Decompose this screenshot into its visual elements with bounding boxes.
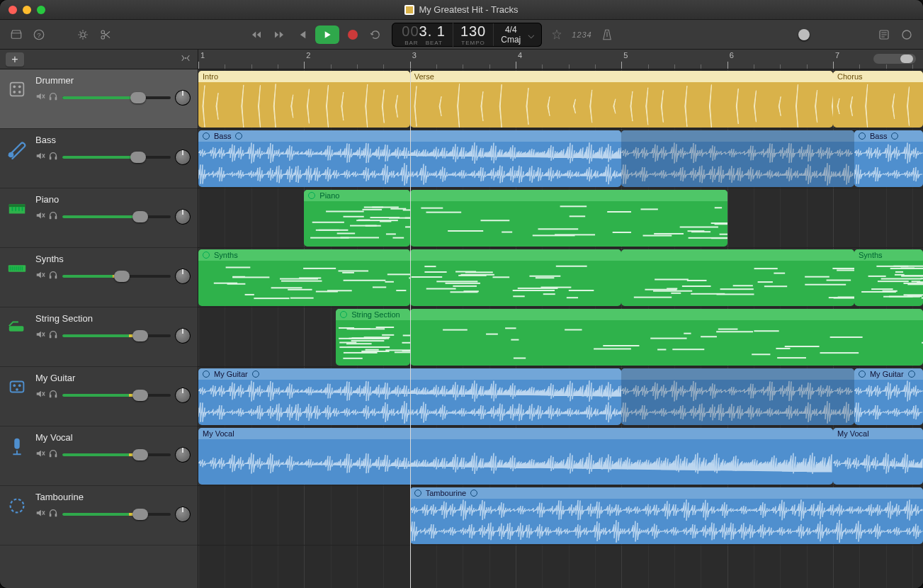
mute-button[interactable]	[35, 151, 45, 164]
add-track-button[interactable]: +	[6, 52, 24, 67]
pan-knob[interactable]	[175, 388, 191, 403]
svg-rect-42	[607, 211, 631, 213]
region[interactable]: Synths	[854, 249, 923, 306]
pan-knob[interactable]	[175, 90, 191, 106]
volume-slider[interactable]	[62, 272, 171, 281]
track-header[interactable]: Tambourine	[0, 486, 198, 545]
lcd-key[interactable]: Cmaj	[501, 35, 521, 45]
region[interactable]: My Vocal	[833, 428, 923, 485]
loops-icon[interactable]	[899, 27, 914, 43]
mute-button[interactable]	[35, 389, 45, 402]
region[interactable]: Chorus	[833, 71, 923, 128]
pan-knob[interactable]	[175, 268, 191, 284]
track-header[interactable]: My Vocal	[0, 426, 198, 486]
count-in-label[interactable]: 1234	[572, 30, 591, 39]
tuner-icon[interactable]	[549, 27, 565, 43]
svg-rect-188	[514, 358, 526, 359]
volume-slider[interactable]	[62, 153, 171, 162]
show-arrangement-button[interactable]	[179, 52, 192, 67]
volume-slider[interactable]	[62, 94, 171, 102]
region[interactable]: String Section	[336, 309, 410, 366]
pan-knob[interactable]	[175, 328, 191, 344]
volume-slider[interactable]	[62, 510, 171, 519]
track-name[interactable]: Drummer	[35, 75, 191, 86]
rewind-button[interactable]	[247, 26, 266, 44]
solo-headphones-button[interactable]	[48, 329, 58, 342]
track-header[interactable]: Synths	[0, 248, 198, 307]
region[interactable]: Verse	[410, 71, 833, 128]
track-header[interactable]: Piano	[0, 188, 198, 248]
pan-knob[interactable]	[175, 447, 191, 463]
solo-headphones-button[interactable]	[48, 508, 58, 521]
lcd-chevron-icon[interactable]: ⌵	[528, 28, 539, 41]
region[interactable]	[621, 368, 854, 425]
solo-headphones-button[interactable]	[48, 389, 58, 402]
notepad-icon[interactable]	[876, 27, 892, 43]
mute-button[interactable]	[35, 329, 45, 342]
playhead[interactable]	[410, 69, 411, 588]
region[interactable]: Synths	[198, 249, 410, 306]
mute-button[interactable]	[35, 508, 45, 521]
track-header[interactable]: Bass	[0, 129, 198, 188]
mute-button[interactable]	[35, 448, 45, 461]
pan-knob[interactable]	[175, 507, 191, 522]
master-volume-slider[interactable]	[749, 30, 834, 39]
track-header[interactable]: String Section	[0, 307, 198, 367]
track-name[interactable]: My Guitar	[35, 373, 191, 383]
library-icon[interactable]	[9, 27, 24, 43]
forward-button[interactable]	[270, 26, 288, 44]
lcd-display[interactable]: 003. 1 BARBEAT 130 TEMPO 4/4 Cmaj ⌵	[392, 23, 542, 47]
track-name[interactable]: Bass	[35, 135, 191, 145]
settings-icon[interactable]	[75, 27, 91, 43]
volume-slider[interactable]	[62, 332, 171, 340]
svg-rect-10	[403, 209, 410, 210]
cycle-button[interactable]	[366, 26, 385, 44]
region[interactable]	[410, 190, 727, 247]
track-name[interactable]: Piano	[35, 194, 191, 205]
track-name[interactable]: Synths	[35, 254, 191, 264]
track-name[interactable]: Tambourine	[35, 492, 191, 502]
close-button[interactable]	[9, 6, 17, 14]
track-name[interactable]: My Vocal	[35, 432, 191, 443]
region[interactable]: Bass	[854, 130, 923, 187]
mute-button[interactable]	[35, 91, 45, 104]
region[interactable]: My Vocal	[198, 428, 833, 485]
record-button[interactable]	[344, 26, 362, 44]
volume-slider[interactable]	[62, 451, 171, 459]
region[interactable]: Intro	[198, 71, 410, 128]
minimize-button[interactable]	[23, 6, 31, 14]
track-name[interactable]: String Section	[35, 313, 191, 324]
solo-headphones-button[interactable]	[48, 448, 58, 461]
lcd-tempo[interactable]: 130	[460, 23, 486, 40]
pan-knob[interactable]	[175, 149, 191, 165]
ruler[interactable]: 1234567	[198, 50, 923, 69]
region[interactable]: Tambourine	[410, 487, 923, 544]
volume-slider[interactable]	[62, 213, 171, 221]
tracks-area[interactable]: IntroVerseChorusBassBassPianoSynthsSynth…	[198, 69, 923, 588]
svg-rect-123	[720, 288, 754, 290]
region[interactable]: Piano	[304, 190, 409, 247]
lcd-timesig[interactable]: 4/4	[505, 25, 517, 35]
solo-headphones-button[interactable]	[48, 270, 58, 283]
pan-knob[interactable]	[175, 209, 191, 225]
scissors-icon[interactable]	[98, 27, 113, 43]
region[interactable]	[621, 130, 854, 187]
track-header[interactable]: My Guitar	[0, 367, 198, 426]
svg-rect-96	[513, 295, 524, 297]
play-button[interactable]	[315, 26, 339, 44]
solo-headphones-button[interactable]	[48, 151, 58, 164]
solo-headphones-button[interactable]	[48, 210, 58, 223]
help-icon[interactable]: ?	[31, 27, 47, 43]
region[interactable]	[410, 249, 622, 306]
region[interactable]	[621, 249, 854, 306]
mute-button[interactable]	[35, 270, 45, 283]
solo-headphones-button[interactable]	[48, 91, 58, 104]
track-header[interactable]: Drummer	[0, 69, 198, 129]
metronome-icon[interactable]	[599, 27, 615, 43]
volume-slider[interactable]	[62, 391, 171, 400]
region[interactable]	[410, 309, 923, 366]
mute-button[interactable]	[35, 210, 45, 223]
zoom-button[interactable]	[37, 6, 45, 14]
region[interactable]: My Guitar	[854, 368, 923, 425]
go-to-start-button[interactable]	[293, 26, 311, 44]
